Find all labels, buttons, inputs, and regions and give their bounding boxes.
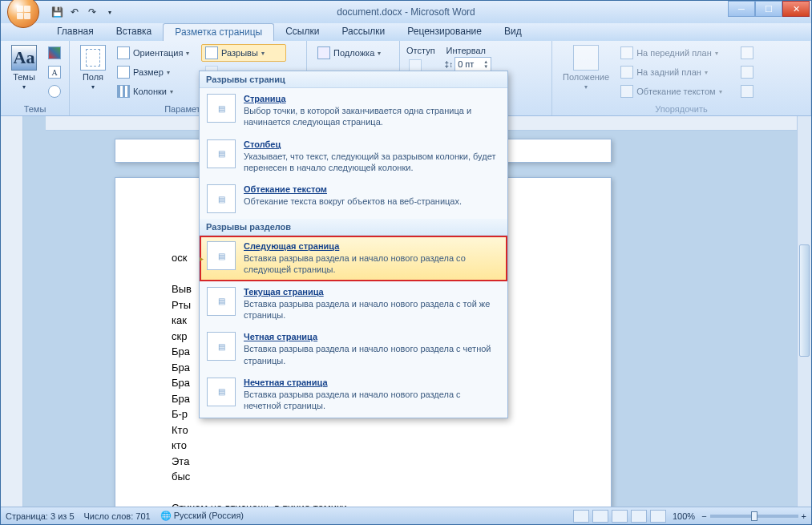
close-button[interactable]: ✕ [782, 1, 810, 17]
orientation-icon [117, 46, 130, 59]
spacing-label: Интервал [445, 44, 492, 57]
tab-review[interactable]: Рецензирование [396, 23, 493, 41]
breaks-menu-item[interactable]: ▤Обтекание текстомОбтекание текста вокру… [200, 179, 507, 219]
view-draft-button[interactable] [650, 510, 666, 523]
tab-references[interactable]: Ссылки [274, 23, 330, 41]
orientation-button[interactable]: Ориентация [113, 44, 198, 62]
document-text-line: быс [172, 469, 555, 485]
tab-home[interactable]: Главная [46, 23, 105, 41]
menu-item-description: Выбор точки, в которой заканчивается одн… [244, 105, 500, 128]
page-break-icon: ▤ [207, 94, 236, 123]
scrollbar-thumb[interactable] [799, 244, 810, 357]
zoom-out-button[interactable]: − [701, 511, 706, 521]
tab-insert[interactable]: Вставка [105, 23, 164, 41]
arrange-group-label: Упорядочить [552, 104, 810, 114]
watermark-icon [317, 46, 330, 59]
bring-front-icon [620, 46, 633, 59]
breaks-menu-item[interactable]: ▤Четная страницаВставка разрыва раздела … [200, 326, 507, 372]
size-button[interactable]: Размер [113, 63, 198, 81]
status-word-count[interactable]: Число слов: 701 [84, 511, 151, 521]
view-web-button[interactable] [612, 510, 628, 523]
ribbon-tabs: Главная Вставка Разметка страницы Ссылки… [1, 23, 811, 41]
zoom-in-button[interactable]: + [802, 511, 806, 521]
position-icon [573, 45, 599, 71]
save-icon[interactable]: 💾 [50, 6, 63, 18]
themes-icon: Aa [11, 45, 37, 71]
breaks-menu-item[interactable]: ▤Следующая страницаВставка разрыва разде… [200, 236, 507, 281]
theme-fonts-button[interactable]: A [44, 63, 65, 81]
margins-button[interactable]: Поля ▾ [75, 42, 111, 102]
document-text-line: кто [172, 438, 555, 454]
qat-dropdown-icon[interactable]: ▾ [103, 6, 116, 18]
view-print-layout-button[interactable] [573, 510, 589, 523]
status-language[interactable]: 🌐 Русский (Россия) [160, 511, 244, 521]
breaks-icon [205, 46, 218, 59]
indent-label: Отступ [405, 44, 437, 57]
breaks-menu: Разрывы страниц ▤СтраницаВыбор точки, в … [199, 71, 508, 418]
position-button[interactable]: Положение ▾ [557, 42, 615, 102]
menu-item-description: Вставка разрыва раздела и начало нового … [244, 298, 500, 321]
spacing-before-spinner[interactable]: 0 пт▲▼ [454, 57, 491, 71]
menu-item-title: Нечетная страница [244, 378, 500, 387]
view-full-screen-button[interactable] [592, 510, 608, 523]
breaks-menu-item[interactable]: ▤Нечетная страницаВставка разрыва раздел… [200, 372, 507, 418]
tab-mailings[interactable]: Рассылки [330, 23, 396, 41]
menu-item-description: Вставка разрыва раздела и начало нового … [244, 252, 500, 276]
document-text-line: Кто [172, 422, 555, 438]
breaks-menu-item[interactable]: ▤СтраницаВыбор точки, в которой заканчив… [200, 88, 507, 134]
watermark-button[interactable]: Подложка [313, 44, 393, 62]
undo-icon[interactable]: ↶ [68, 6, 81, 18]
page-break-icon: ▤ [207, 332, 236, 361]
page-break-icon: ▤ [207, 287, 236, 316]
page-break-icon: ▤ [207, 241, 236, 270]
status-page[interactable]: Страница: 3 из 5 [6, 511, 75, 521]
breaks-menu-item[interactable]: ▤СтолбецУказывает, что текст, следующий … [200, 134, 507, 180]
size-icon [117, 66, 130, 79]
spacing-before-icon: ‡↕ [445, 60, 454, 69]
zoom-level[interactable]: 100% [673, 511, 695, 521]
bring-front-button[interactable]: На передний план [616, 44, 733, 62]
breaks-menu-item[interactable]: ▤Текущая страницаВставка разрыва раздела… [200, 281, 507, 327]
zoom-slider[interactable] [710, 515, 798, 518]
document-text-line: Эта [172, 454, 555, 470]
page-break-icon: ▤ [207, 139, 236, 168]
menu-item-title: Обтекание текстом [244, 184, 462, 194]
menu-item-description: Обтекание текста вокруг объектов на веб-… [244, 196, 462, 207]
menu-item-title: Четная страница [244, 332, 500, 341]
menu-item-description: Указывает, что текст, следующий за разры… [244, 151, 500, 174]
theme-effects-button[interactable] [44, 83, 65, 100]
send-back-button[interactable]: На задний план [616, 63, 733, 81]
redo-icon[interactable]: ↷ [86, 6, 99, 18]
vertical-scrollbar[interactable] [797, 116, 811, 507]
send-back-icon [620, 66, 633, 79]
breaks-menu-section-pages: Разрывы страниц [200, 71, 507, 88]
menu-item-description: Вставка разрыва раздела и начало нового … [244, 343, 500, 366]
tab-view[interactable]: Вид [493, 23, 533, 41]
menu-item-title: Текущая страница [244, 287, 500, 297]
text-wrap-button[interactable]: Обтекание текстом [616, 83, 733, 100]
group-button[interactable] [737, 63, 757, 81]
themes-button[interactable]: Aa Темы ▾ [6, 42, 42, 102]
menu-item-title: Страница [244, 94, 500, 103]
view-outline-button[interactable] [631, 510, 647, 523]
breaks-menu-section-sections: Разрывы разделов [200, 219, 507, 236]
columns-icon [117, 85, 130, 98]
rotate-button[interactable] [737, 83, 757, 100]
margins-icon [80, 45, 106, 71]
document-text-line: Стихам не втиснешь в тихие томики [172, 500, 555, 507]
breaks-button[interactable]: Разрывы [201, 44, 286, 62]
page-break-icon: ▤ [207, 378, 236, 406]
align-button[interactable] [737, 44, 757, 62]
document-text-line [172, 485, 555, 501]
tab-page-layout[interactable]: Разметка страницы [163, 23, 274, 41]
text-wrap-icon [620, 85, 633, 98]
window-title: document.docx - Microsoft Word [1, 6, 811, 18]
vertical-ruler[interactable] [1, 116, 23, 507]
columns-button[interactable]: Колонки [113, 83, 198, 100]
menu-item-title: Следующая страница [244, 241, 500, 251]
menu-item-title: Столбец [244, 139, 500, 149]
theme-colors-button[interactable] [44, 44, 65, 62]
minimize-button[interactable]: ─ [728, 1, 755, 17]
maximize-button[interactable]: ☐ [755, 1, 782, 17]
page-break-icon: ▤ [207, 184, 236, 213]
